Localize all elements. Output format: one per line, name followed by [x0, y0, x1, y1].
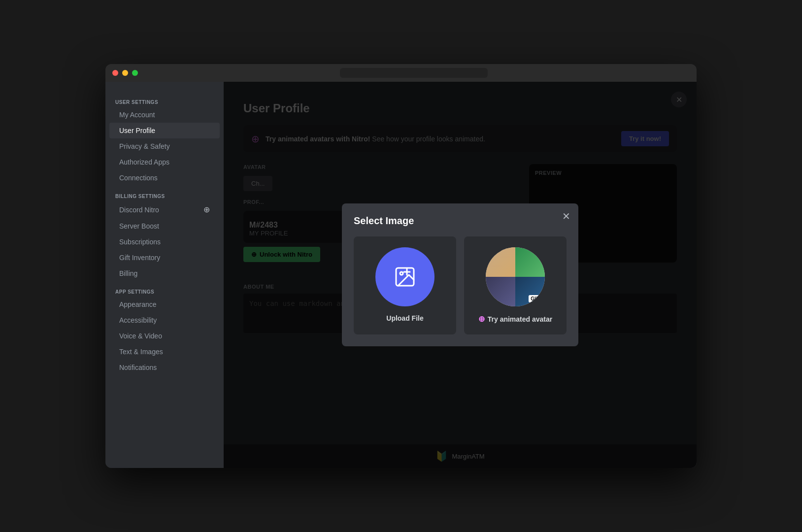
sidebar-item-my-account[interactable]: My Account: [109, 107, 220, 123]
traffic-lights: [112, 70, 138, 76]
mosaic-cell-1: [486, 247, 515, 277]
sidebar-item-connections[interactable]: Connections: [109, 170, 220, 186]
sidebar-item-label-notifications: Notifications: [119, 364, 157, 371]
modal-overlay[interactable]: Select Image ✕: [224, 82, 697, 468]
sidebar-item-privacy-safety[interactable]: Privacy & Safety: [109, 138, 220, 154]
mac-window: USER SETTINGS My Account User Profile Pr…: [105, 64, 697, 468]
modal-close-button[interactable]: ✕: [562, 211, 570, 221]
sidebar-item-label-privacy-safety: Privacy & Safety: [119, 142, 170, 150]
sidebar-item-label-my-account: My Account: [119, 111, 155, 119]
main-content: ✕ User Profile ⊕ Try animated avatars wi…: [224, 82, 697, 468]
animated-avatar-option[interactable]: GIF ⊕ Try animated avatar: [464, 236, 567, 334]
sidebar-item-label-gift-inventory: Gift Inventory: [119, 254, 160, 262]
app-container: USER SETTINGS My Account User Profile Pr…: [105, 82, 697, 468]
modal-title: Select Image: [354, 215, 567, 227]
modal-options: Upload File GIF: [354, 236, 567, 334]
sidebar: USER SETTINGS My Account User Profile Pr…: [105, 82, 224, 468]
sidebar-item-appearance[interactable]: Appearance: [109, 297, 220, 312]
gif-badge: GIF: [529, 295, 541, 302]
url-bar: [138, 68, 690, 78]
sidebar-item-label-accessibility: Accessibility: [119, 316, 157, 324]
sidebar-item-accessibility[interactable]: Accessibility: [109, 312, 220, 328]
mosaic-cell-3: [486, 277, 515, 306]
sidebar-item-subscriptions[interactable]: Subscriptions: [109, 234, 220, 250]
sidebar-item-voice-video[interactable]: Voice & Video: [109, 328, 220, 344]
nitro-icon: ⊕: [203, 205, 210, 214]
sidebar-item-discord-nitro[interactable]: Discord Nitro ⊕: [109, 201, 220, 218]
upload-icon-circle: [375, 247, 434, 306]
app-settings-section-title: APP SETTINGS: [105, 285, 224, 297]
url-input[interactable]: [340, 68, 488, 78]
sidebar-item-billing[interactable]: Billing: [109, 266, 220, 281]
maximize-traffic-light[interactable]: [132, 70, 138, 76]
sidebar-item-text-images[interactable]: Text & Images: [109, 344, 220, 360]
sidebar-item-gift-inventory[interactable]: Gift Inventory: [109, 250, 220, 266]
sidebar-item-label-user-profile: User Profile: [119, 127, 155, 134]
sidebar-item-server-boost[interactable]: Server Boost: [109, 218, 220, 234]
sidebar-item-label-authorized-apps: Authorized Apps: [119, 158, 169, 166]
sidebar-item-label-discord-nitro: Discord Nitro: [119, 206, 159, 214]
close-traffic-light[interactable]: [112, 70, 118, 76]
sidebar-item-label-server-boost: Server Boost: [119, 222, 159, 230]
upload-file-icon: [393, 265, 417, 289]
mosaic-cell-2: [515, 247, 545, 277]
sidebar-item-user-profile[interactable]: User Profile: [109, 123, 220, 138]
title-bar: [105, 64, 697, 82]
gif-avatar-circle: GIF: [486, 247, 545, 306]
upload-file-option[interactable]: Upload File: [354, 236, 456, 334]
sidebar-item-notifications[interactable]: Notifications: [109, 360, 220, 375]
sidebar-item-label-voice-video: Voice & Video: [119, 332, 162, 340]
billing-settings-section-title: BILLING SETTINGS: [105, 190, 224, 201]
sidebar-item-authorized-apps[interactable]: Authorized Apps: [109, 154, 220, 170]
sidebar-item-label-billing: Billing: [119, 269, 137, 277]
select-image-modal: Select Image ✕: [342, 203, 578, 346]
sidebar-item-label-appearance: Appearance: [119, 300, 157, 308]
sidebar-item-label-connections: Connections: [119, 174, 158, 182]
animated-avatar-text: Try animated avatar: [488, 315, 553, 323]
minimize-traffic-light[interactable]: [122, 70, 128, 76]
nitro-small-icon: ⊕: [478, 314, 485, 324]
svg-point-1: [400, 272, 403, 275]
sidebar-item-label-text-images: Text & Images: [119, 348, 163, 356]
upload-file-label: Upload File: [386, 314, 423, 322]
sidebar-item-label-subscriptions: Subscriptions: [119, 238, 161, 246]
user-settings-section-title: USER SETTINGS: [105, 96, 224, 107]
animated-avatar-label: ⊕ Try animated avatar: [478, 314, 553, 324]
